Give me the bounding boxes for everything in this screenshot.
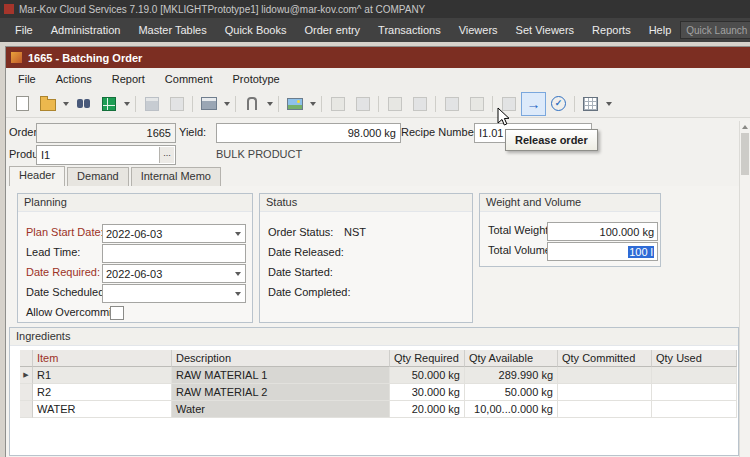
- column-item[interactable]: Item: [33, 350, 172, 367]
- open-button[interactable]: [35, 92, 71, 116]
- menu-set-viewers[interactable]: Set Viewers: [507, 18, 584, 42]
- date-scheduled-dropdown[interactable]: [231, 285, 245, 302]
- table-row[interactable]: WATER Water 20.000 kg 10,00...0.000 kg: [20, 401, 737, 418]
- allow-overcommit-checkbox[interactable]: [110, 306, 124, 320]
- date-released-label: Date Released:: [268, 246, 344, 258]
- save-layout-icon: [170, 97, 184, 111]
- scrollbar-thumb[interactable]: [741, 133, 749, 175]
- find-button[interactable]: [71, 92, 96, 116]
- product-field[interactable]: I1 ...: [36, 145, 176, 165]
- yield-label: Yield:: [179, 126, 206, 138]
- weight-volume-groupbox: Weight and Volume Total Weight: 100.000 …: [479, 193, 661, 267]
- export-dropdown[interactable]: [121, 93, 132, 115]
- menu-order-entry[interactable]: Order entry: [295, 18, 369, 42]
- approve-check-icon: ✓: [551, 96, 566, 111]
- menu-master-tables[interactable]: Master Tables: [129, 18, 215, 42]
- images-button[interactable]: [282, 92, 318, 116]
- disabled-tool-button-1: [325, 92, 350, 116]
- win-menu-file[interactable]: File: [8, 68, 46, 90]
- product-browse-button[interactable]: ...: [159, 147, 174, 163]
- menu-transactions[interactable]: Transactions: [369, 18, 450, 42]
- tab-demand[interactable]: Demand: [67, 167, 129, 186]
- quick-launch-input[interactable]: [680, 21, 750, 39]
- plan-start-date-field[interactable]: 2022-06-03: [102, 224, 246, 243]
- total-weight-field[interactable]: 100.000 kg: [547, 222, 658, 241]
- window-title: 1665 - Batching Order: [28, 52, 142, 64]
- allow-overcommit-row: Allow Overcommit:: [18, 304, 252, 321]
- tab-header[interactable]: Header: [9, 166, 65, 187]
- date-required-value: 2022-06-03: [103, 268, 231, 280]
- menu-help[interactable]: Help: [640, 18, 681, 42]
- menu-administration[interactable]: Administration: [42, 18, 130, 42]
- release-order-tooltip: Release order: [505, 129, 598, 151]
- cell-qty-available: 289.990 kg: [465, 367, 558, 384]
- approve-button[interactable]: ✓: [546, 92, 571, 116]
- tool-icon: [331, 97, 345, 111]
- plan-start-date-dropdown[interactable]: [231, 225, 245, 242]
- new-document-button[interactable]: [10, 92, 35, 116]
- images-dropdown[interactable]: [307, 93, 318, 115]
- total-volume-field[interactable]: 100 l: [547, 242, 658, 261]
- release-order-button[interactable]: →: [521, 92, 546, 116]
- column-qty-required[interactable]: Qty Required: [390, 350, 465, 367]
- date-released-row: Date Released:: [260, 244, 472, 261]
- date-required-field[interactable]: 2022-06-03: [102, 264, 246, 283]
- product-value: I1: [41, 149, 50, 161]
- tool-icon: [356, 97, 370, 111]
- order-status-label: Order Status:: [268, 226, 333, 238]
- print-dropdown[interactable]: [221, 93, 232, 115]
- batch-grid-button[interactable]: [578, 92, 614, 116]
- lead-time-field[interactable]: [102, 244, 246, 263]
- menu-viewers[interactable]: Viewers: [450, 18, 507, 42]
- row-indicator-icon: ▶: [20, 367, 33, 384]
- attachments-dropdown[interactable]: [264, 93, 275, 115]
- date-scheduled-field[interactable]: [102, 284, 246, 303]
- planning-title: Planning: [18, 194, 252, 212]
- column-qty-used[interactable]: Qty Used: [652, 350, 737, 367]
- menu-file[interactable]: File: [6, 18, 42, 42]
- date-required-dropdown[interactable]: [231, 265, 245, 282]
- column-qty-available[interactable]: Qty Available: [465, 350, 558, 367]
- menu-reports[interactable]: Reports: [583, 18, 640, 42]
- scroll-up-button[interactable]: [740, 121, 750, 132]
- win-menu-actions[interactable]: Actions: [46, 68, 102, 90]
- menu-quick-books[interactable]: Quick Books: [216, 18, 296, 42]
- disabled-tool-button-5: [439, 92, 464, 116]
- export-excel-button[interactable]: [96, 92, 132, 116]
- cell-qty-used: [652, 384, 737, 401]
- cell-qty-committed: [558, 367, 652, 384]
- plan-start-date-label: Plan Start Date:: [26, 226, 104, 238]
- screen: Mar-Kov Cloud Services 7.19.0 [MKLIGHTPr…: [0, 0, 750, 457]
- attachments-button[interactable]: [239, 92, 275, 116]
- table-row[interactable]: ▶ R1 RAW MATERIAL 1 50.000 kg 289.990 kg: [20, 367, 737, 384]
- mouse-cursor: [497, 107, 511, 127]
- batching-order-icon: [11, 52, 22, 63]
- release-order-icon: →: [527, 97, 541, 111]
- print-preview-button[interactable]: [196, 92, 232, 116]
- column-qty-committed[interactable]: Qty Committed: [558, 350, 652, 367]
- column-description[interactable]: Description: [172, 350, 390, 367]
- total-volume-label: Total Volume:: [488, 244, 554, 256]
- product-row: Product: I1 ... BULK PRODUCT: [6, 145, 750, 163]
- win-menu-prototype[interactable]: Prototype: [223, 68, 290, 90]
- win-menu-comment[interactable]: Comment: [155, 68, 223, 90]
- win-menu-report[interactable]: Report: [102, 68, 155, 90]
- status-title: Status: [260, 194, 472, 212]
- tab-internal-memo[interactable]: Internal Memo: [131, 167, 221, 186]
- table-row[interactable]: R2 RAW MATERIAL 2 30.000 kg 50.000 kg: [20, 384, 737, 401]
- ingredients-table: Item Description Qty Required Qty Availa…: [20, 350, 737, 454]
- total-weight-row: Total Weight: 100.000 kg: [480, 222, 660, 239]
- product-description: BULK PRODUCT: [216, 148, 302, 160]
- order-field[interactable]: 1665: [36, 123, 176, 143]
- cell-description: Water: [172, 401, 390, 418]
- batch-grid-dropdown[interactable]: [603, 93, 614, 115]
- disabled-tool-button-2: [350, 92, 375, 116]
- open-dropdown[interactable]: [60, 93, 71, 115]
- tool-icon: [445, 97, 459, 111]
- vertical-scrollbar[interactable]: [739, 121, 750, 457]
- yield-field[interactable]: 98.000 kg: [216, 123, 401, 143]
- paperclip-icon: [247, 97, 257, 110]
- lead-time-label: Lead Time:: [26, 246, 80, 258]
- total-volume-row: Total Volume: 100 l: [480, 242, 660, 259]
- cell-qty-available: 50.000 kg: [465, 384, 558, 401]
